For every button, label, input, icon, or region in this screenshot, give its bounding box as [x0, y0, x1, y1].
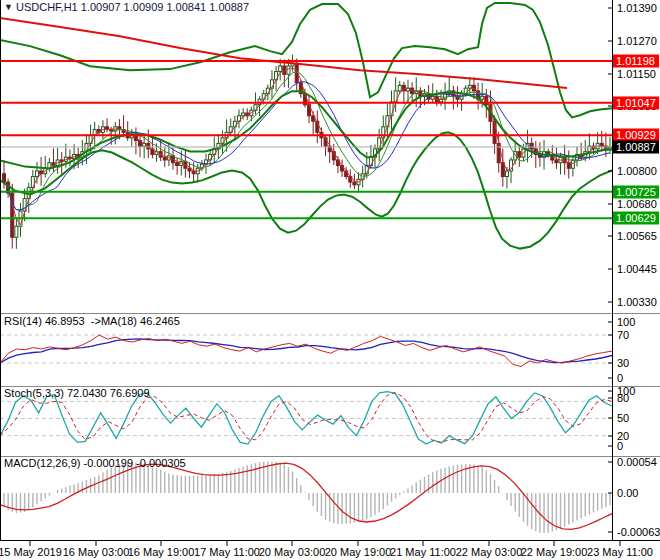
candle-body	[3, 174, 6, 182]
candle-body	[567, 163, 570, 169]
rsi-axis-label: 70	[617, 329, 629, 341]
time-label: 16 May 19:00	[128, 546, 195, 558]
rsi-axis-label: 100	[617, 316, 635, 328]
time-label: 20 May 03:00	[259, 546, 326, 558]
resistance-price-label: 1.01047	[616, 97, 656, 109]
time-label: 17 May 11:00	[194, 546, 260, 558]
support-price-label: 1.00725	[616, 186, 656, 198]
price-label: 1.01270	[617, 35, 657, 47]
resistance-price-label: 1.01198	[616, 55, 655, 67]
time-label: 16 May 03:00	[63, 546, 130, 558]
candle-body	[468, 85, 471, 88]
candle-body	[287, 66, 290, 74]
stoch-header: Stoch(5,3,3) 72.0430 76.6909	[4, 387, 150, 399]
candle-body	[353, 182, 356, 185]
stoch-axis-label: 80	[617, 392, 629, 404]
candle-body	[505, 171, 508, 177]
price-label: 1.00680	[617, 198, 657, 210]
resistance-price-label: 1.00929	[616, 129, 656, 141]
time-label: 21 May 11:00	[390, 546, 456, 558]
price-chart-canvas[interactable]: 1.013901.012701.011501.010351.008001.006…	[0, 0, 660, 560]
stoch-axis-label: 50	[617, 412, 629, 424]
candle-body	[279, 66, 282, 72]
mt-chart-window: ▼ USDCHF,H1 1.00907 1.00909 1.00841 1.00…	[0, 0, 660, 560]
symbol-dropdown-icon[interactable]: ▼	[4, 2, 13, 12]
price-label: 1.00565	[617, 230, 657, 242]
candle-body	[93, 130, 96, 136]
support-price-label: 1.00629	[616, 212, 656, 224]
rsi-axis-label: 0	[617, 372, 623, 384]
chart-quotes: 1.00907 1.00909 1.00841 1.00887	[81, 1, 249, 13]
time-label: 22 May 03:00	[456, 546, 523, 558]
time-label: 22 May 19:00	[521, 546, 588, 558]
macd-axis-label: 0.00054	[617, 456, 657, 468]
candle-body	[163, 157, 166, 160]
candle-body	[398, 85, 401, 91]
time-label: 20 May 19:00	[325, 546, 392, 558]
price-label: 1.00330	[617, 296, 657, 308]
candle-body	[35, 171, 38, 177]
candle-body	[110, 130, 113, 131]
candle-body	[501, 163, 504, 177]
rsi-axis-label: 30	[617, 357, 629, 369]
current-price-label: 1.00887	[616, 141, 656, 153]
macd-axis-label: 0.00	[617, 487, 638, 499]
chart-symbol: USDCHF,H1	[16, 1, 78, 13]
time-label: 23 May 11:00	[587, 546, 653, 558]
price-label: 1.01150	[617, 68, 656, 80]
candle-body	[555, 160, 558, 163]
rsi-header: RSI(14) 46.8953 ->MA(18) 46.2465	[4, 315, 180, 327]
candle-body	[176, 163, 179, 166]
candle-body	[242, 113, 245, 116]
candle-body	[15, 226, 18, 237]
stoch-axis-label: 0	[617, 440, 623, 452]
price-label: 1.00445	[617, 263, 657, 275]
macd-axis-label: -0.00063	[617, 526, 660, 538]
time-label: 15 May 2019	[0, 546, 62, 558]
chart-title: USDCHF,H1 1.00907 1.00909 1.00841 1.0088…	[16, 1, 249, 13]
price-label: 1.01390	[617, 2, 657, 14]
macd-header: MACD(12,26,9) -0.000199 -0.000305	[4, 457, 186, 469]
price-label: 1.00800	[617, 165, 657, 177]
